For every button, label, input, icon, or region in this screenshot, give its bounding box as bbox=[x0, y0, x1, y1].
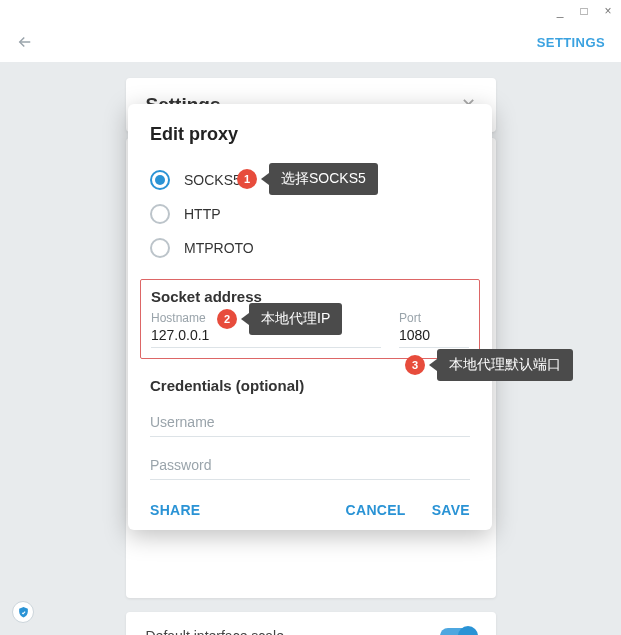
scale-label: Default interface scale bbox=[146, 628, 285, 635]
proxy-option-label: HTTP bbox=[184, 206, 221, 222]
annotation-tip: 本地代理默认端口 bbox=[437, 349, 573, 381]
username-field[interactable]: Username bbox=[150, 408, 470, 437]
window-minimize-button[interactable]: _ bbox=[553, 4, 567, 18]
window-titlebar: _ □ × bbox=[0, 0, 621, 22]
cancel-button[interactable]: CANCEL bbox=[346, 502, 406, 518]
port-field[interactable]: Port 1080 bbox=[399, 311, 469, 348]
proxy-option-http[interactable]: HTTP bbox=[150, 197, 470, 231]
annotation-badge: 1 bbox=[237, 169, 257, 189]
port-label: Port bbox=[399, 311, 469, 325]
save-button[interactable]: SAVE bbox=[432, 502, 470, 518]
annotation-arrow-icon bbox=[241, 313, 249, 325]
annotation-tip: 选择SOCKS5 bbox=[269, 163, 378, 195]
topbar: SETTINGS bbox=[0, 22, 621, 62]
proxy-option-label: SOCKS5 bbox=[184, 172, 241, 188]
annotation-2: 2 本地代理IP bbox=[217, 303, 342, 335]
settings-link[interactable]: SETTINGS bbox=[537, 35, 605, 50]
radio-selected-icon bbox=[150, 170, 170, 190]
modal-title: Edit proxy bbox=[150, 124, 470, 145]
annotation-tip: 本地代理IP bbox=[249, 303, 342, 335]
back-button[interactable] bbox=[16, 33, 34, 51]
annotation-3: 3 本地代理默认端口 bbox=[405, 349, 573, 381]
radio-icon bbox=[150, 238, 170, 258]
password-placeholder: Password bbox=[150, 451, 470, 479]
share-button[interactable]: SHARE bbox=[150, 502, 201, 518]
annotation-badge: 3 bbox=[405, 355, 425, 375]
annotation-arrow-icon bbox=[261, 173, 269, 185]
shield-icon[interactable] bbox=[12, 601, 34, 623]
annotation-arrow-icon bbox=[429, 359, 437, 371]
modal-actions: SHARE CANCEL SAVE bbox=[150, 502, 470, 518]
password-field[interactable]: Password bbox=[150, 451, 470, 480]
annotation-badge: 2 bbox=[217, 309, 237, 329]
window-close-button[interactable]: × bbox=[601, 4, 615, 18]
window-maximize-button[interactable]: □ bbox=[577, 4, 591, 18]
annotation-1: 1 选择SOCKS5 bbox=[237, 163, 378, 195]
scale-row: Default interface scale bbox=[126, 612, 496, 635]
port-value: 1080 bbox=[399, 327, 469, 347]
radio-icon bbox=[150, 204, 170, 224]
proxy-option-label: MTPROTO bbox=[184, 240, 254, 256]
proxy-option-mtproto[interactable]: MTPROTO bbox=[150, 231, 470, 265]
username-placeholder: Username bbox=[150, 408, 470, 436]
scale-toggle[interactable] bbox=[440, 628, 476, 635]
